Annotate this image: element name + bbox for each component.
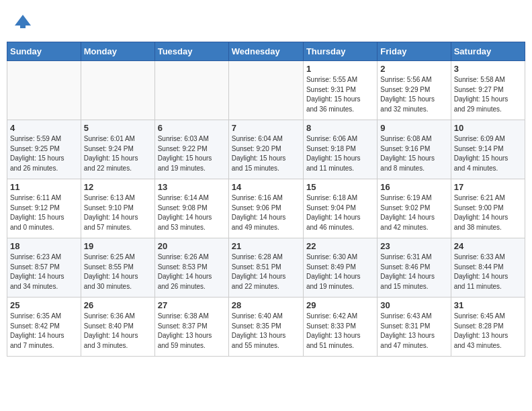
calendar-cell: 12Sunrise: 6:13 AM Sunset: 9:10 PM Dayli…: [81, 179, 154, 238]
calendar-cell: 23Sunrise: 6:31 AM Sunset: 8:46 PM Dayli…: [378, 238, 451, 298]
logo-icon: [12, 12, 34, 34]
calendar-cell: 16Sunrise: 6:19 AM Sunset: 9:02 PM Dayli…: [378, 179, 451, 238]
calendar-cell: 3Sunrise: 5:58 AM Sunset: 9:27 PM Daylig…: [451, 61, 525, 120]
day-info: Sunrise: 6:23 AM Sunset: 8:57 PM Dayligh…: [10, 253, 78, 291]
page-header: [7, 7, 525, 39]
day-info: Sunrise: 6:35 AM Sunset: 8:42 PM Dayligh…: [10, 312, 78, 351]
day-number: 8: [306, 123, 374, 133]
calendar-cell: 6Sunrise: 6:03 AM Sunset: 9:22 PM Daylig…: [154, 120, 228, 179]
day-header-friday: Friday: [378, 42, 451, 61]
day-number: 7: [232, 123, 300, 133]
svg-rect-1: [20, 26, 26, 28]
day-info: Sunrise: 6:01 AM Sunset: 9:24 PM Dayligh…: [84, 134, 152, 173]
day-info: Sunrise: 6:43 AM Sunset: 8:31 PM Dayligh…: [380, 312, 447, 351]
day-number: 13: [158, 182, 226, 192]
day-info: Sunrise: 6:18 AM Sunset: 9:04 PM Dayligh…: [306, 193, 374, 232]
day-number: 27: [158, 300, 226, 310]
day-info: Sunrise: 6:13 AM Sunset: 9:10 PM Dayligh…: [84, 193, 152, 232]
day-info: Sunrise: 6:11 AM Sunset: 9:12 PM Dayligh…: [10, 193, 78, 232]
calendar-cell: [228, 61, 303, 120]
day-info: Sunrise: 6:38 AM Sunset: 8:37 PM Dayligh…: [158, 312, 226, 351]
calendar-cell: 14Sunrise: 6:16 AM Sunset: 9:06 PM Dayli…: [228, 179, 303, 238]
calendar-cell: 21Sunrise: 6:28 AM Sunset: 8:51 PM Dayli…: [228, 238, 303, 298]
day-number: 14: [232, 182, 300, 192]
day-number: 3: [454, 64, 522, 74]
day-number: 18: [10, 241, 78, 251]
calendar-cell: 26Sunrise: 6:36 AM Sunset: 8:40 PM Dayli…: [81, 298, 154, 357]
day-info: Sunrise: 6:42 AM Sunset: 8:33 PM Dayligh…: [306, 312, 374, 351]
calendar-cell: 17Sunrise: 6:21 AM Sunset: 9:00 PM Dayli…: [451, 179, 525, 238]
title-block: [515, 7, 525, 17]
day-number: 15: [306, 182, 374, 192]
day-info: Sunrise: 5:58 AM Sunset: 9:27 PM Dayligh…: [454, 75, 522, 114]
svg-marker-0: [15, 15, 31, 26]
day-info: Sunrise: 6:45 AM Sunset: 8:28 PM Dayligh…: [454, 312, 522, 351]
day-number: 11: [10, 182, 78, 192]
calendar-cell: 7Sunrise: 6:04 AM Sunset: 9:20 PM Daylig…: [228, 120, 303, 179]
day-number: 21: [232, 241, 300, 251]
day-info: Sunrise: 5:59 AM Sunset: 9:25 PM Dayligh…: [10, 134, 78, 173]
calendar-cell: [81, 61, 154, 120]
day-info: Sunrise: 6:03 AM Sunset: 9:22 PM Dayligh…: [158, 134, 226, 173]
day-info: Sunrise: 5:56 AM Sunset: 9:29 PM Dayligh…: [380, 75, 447, 114]
calendar-cell: 31Sunrise: 6:45 AM Sunset: 8:28 PM Dayli…: [451, 298, 525, 357]
calendar-cell: 28Sunrise: 6:40 AM Sunset: 8:35 PM Dayli…: [228, 298, 303, 357]
day-info: Sunrise: 6:06 AM Sunset: 9:18 PM Dayligh…: [306, 134, 374, 173]
day-info: Sunrise: 6:19 AM Sunset: 9:02 PM Dayligh…: [380, 193, 447, 232]
calendar-cell: 1Sunrise: 5:55 AM Sunset: 9:31 PM Daylig…: [303, 61, 377, 120]
calendar-cell: 27Sunrise: 6:38 AM Sunset: 8:37 PM Dayli…: [154, 298, 228, 357]
day-number: 24: [454, 241, 522, 251]
day-number: 25: [10, 300, 78, 310]
day-info: Sunrise: 6:33 AM Sunset: 8:44 PM Dayligh…: [454, 253, 522, 291]
day-header-thursday: Thursday: [303, 42, 377, 61]
day-number: 20: [158, 241, 226, 251]
day-number: 5: [84, 123, 152, 133]
day-number: 29: [306, 300, 374, 310]
calendar-cell: 20Sunrise: 6:26 AM Sunset: 8:53 PM Dayli…: [154, 238, 228, 298]
calendar-cell: 15Sunrise: 6:18 AM Sunset: 9:04 PM Dayli…: [303, 179, 377, 238]
calendar-cell: 11Sunrise: 6:11 AM Sunset: 9:12 PM Dayli…: [7, 179, 81, 238]
calendar-cell: 13Sunrise: 6:14 AM Sunset: 9:08 PM Dayli…: [154, 179, 228, 238]
calendar-week-4: 18Sunrise: 6:23 AM Sunset: 8:57 PM Dayli…: [7, 238, 525, 298]
calendar-cell: 10Sunrise: 6:09 AM Sunset: 9:14 PM Dayli…: [451, 120, 525, 179]
day-number: 31: [454, 300, 522, 310]
day-number: 19: [84, 241, 152, 251]
day-number: 28: [232, 300, 300, 310]
calendar-cell: [154, 61, 228, 120]
day-number: 23: [380, 241, 447, 251]
day-info: Sunrise: 6:04 AM Sunset: 9:20 PM Dayligh…: [232, 134, 300, 173]
calendar-week-5: 25Sunrise: 6:35 AM Sunset: 8:42 PM Dayli…: [7, 298, 525, 357]
day-info: Sunrise: 6:31 AM Sunset: 8:46 PM Dayligh…: [380, 253, 447, 291]
day-info: Sunrise: 6:36 AM Sunset: 8:40 PM Dayligh…: [84, 312, 152, 351]
day-header-tuesday: Tuesday: [154, 42, 228, 61]
day-info: Sunrise: 6:40 AM Sunset: 8:35 PM Dayligh…: [232, 312, 300, 351]
calendar-cell: 9Sunrise: 6:08 AM Sunset: 9:16 PM Daylig…: [378, 120, 451, 179]
day-number: 6: [158, 123, 226, 133]
calendar-cell: 24Sunrise: 6:33 AM Sunset: 8:44 PM Dayli…: [451, 238, 525, 298]
calendar-cell: 22Sunrise: 6:30 AM Sunset: 8:49 PM Dayli…: [303, 238, 377, 298]
calendar-cell: 19Sunrise: 6:25 AM Sunset: 8:55 PM Dayli…: [81, 238, 154, 298]
day-number: 22: [306, 241, 374, 251]
day-header-wednesday: Wednesday: [228, 42, 303, 61]
day-info: Sunrise: 6:25 AM Sunset: 8:55 PM Dayligh…: [84, 253, 152, 291]
day-header-saturday: Saturday: [451, 42, 525, 61]
day-number: 2: [380, 64, 447, 74]
day-info: Sunrise: 5:55 AM Sunset: 9:31 PM Dayligh…: [306, 75, 374, 114]
day-header-sunday: Sunday: [7, 42, 81, 61]
day-info: Sunrise: 6:30 AM Sunset: 8:49 PM Dayligh…: [306, 253, 374, 291]
day-info: Sunrise: 6:08 AM Sunset: 9:16 PM Dayligh…: [380, 134, 447, 173]
day-number: 16: [380, 182, 447, 192]
day-info: Sunrise: 6:14 AM Sunset: 9:08 PM Dayligh…: [158, 193, 226, 232]
calendar-cell: 25Sunrise: 6:35 AM Sunset: 8:42 PM Dayli…: [7, 298, 81, 357]
day-info: Sunrise: 6:16 AM Sunset: 9:06 PM Dayligh…: [232, 193, 300, 232]
day-info: Sunrise: 6:09 AM Sunset: 9:14 PM Dayligh…: [454, 134, 522, 173]
calendar-cell: 4Sunrise: 5:59 AM Sunset: 9:25 PM Daylig…: [7, 120, 81, 179]
calendar: SundayMondayTuesdayWednesdayThursdayFrid…: [7, 42, 525, 357]
calendar-week-3: 11Sunrise: 6:11 AM Sunset: 9:12 PM Dayli…: [7, 179, 525, 238]
calendar-cell: 5Sunrise: 6:01 AM Sunset: 9:24 PM Daylig…: [81, 120, 154, 179]
day-info: Sunrise: 6:21 AM Sunset: 9:00 PM Dayligh…: [454, 193, 522, 232]
calendar-header-row: SundayMondayTuesdayWednesdayThursdayFrid…: [7, 42, 525, 61]
day-number: 9: [380, 123, 447, 133]
calendar-cell: 29Sunrise: 6:42 AM Sunset: 8:33 PM Dayli…: [303, 298, 377, 357]
day-number: 26: [84, 300, 152, 310]
